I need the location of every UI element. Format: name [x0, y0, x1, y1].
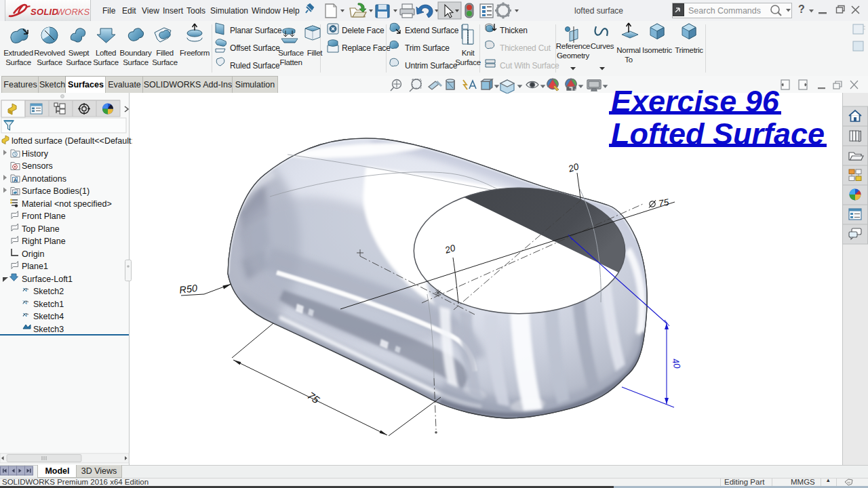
svg-text:Sketch1: Sketch1 [33, 300, 64, 309]
svg-text:Planar Surface: Planar Surface [230, 26, 282, 35]
svg-text:Replace Face: Replace Face [342, 43, 391, 53]
svg-text:Surface: Surface [278, 49, 304, 57]
svg-text:Right Plane: Right Plane [22, 237, 66, 246]
svg-text:Normal: Normal [616, 46, 640, 54]
svg-text:75: 75 [658, 197, 670, 208]
svg-text:Surface Bodies(1): Surface Bodies(1) [22, 186, 90, 196]
svg-text:Annotations: Annotations [22, 174, 66, 184]
svg-text:Sketch3: Sketch3 [33, 325, 64, 334]
svg-text:Surface: Surface [123, 58, 149, 66]
svg-text:Surface: Surface [37, 58, 62, 66]
svg-text:lofted surface (Default<<Defa: lofted surface (Default<<Default: [12, 136, 132, 146]
svg-text:Cut With Surface: Cut With Surface [500, 61, 559, 70]
svg-text:Flatten: Flatten [279, 58, 302, 66]
svg-text:Surface-Loft1: Surface-Loft1 [22, 274, 73, 284]
svg-text:Offset Surface: Offset Surface [230, 43, 280, 53]
svg-text:Trimetric: Trimetric [675, 46, 703, 54]
svg-text:Filled: Filled [156, 49, 174, 57]
svg-text:Extend Surface: Extend Surface [405, 26, 459, 35]
svg-text:To: To [625, 56, 633, 64]
svg-text:SOLID: SOLID [31, 7, 59, 17]
svg-text:Reference: Reference [556, 42, 590, 50]
svg-text:Surface: Surface [93, 58, 119, 66]
svg-text:Sketch4: Sketch4 [33, 312, 64, 321]
svg-text:Trim Surface: Trim Surface [405, 43, 450, 53]
svg-text:Sketch2: Sketch2 [33, 287, 64, 296]
svg-text:A: A [14, 177, 18, 183]
svg-text:Lofted: Lofted [96, 49, 116, 57]
svg-text:Extruded: Extruded [3, 49, 33, 57]
svg-text:Material <not specified>: Material <not specified> [22, 199, 112, 209]
svg-text:Thicken: Thicken [500, 26, 528, 35]
svg-text:20: 20 [566, 161, 580, 174]
svg-text:Untrim Surface: Untrim Surface [405, 61, 458, 70]
svg-text:Isometric: Isometric [642, 46, 672, 54]
svg-text:WORKS: WORKS [56, 7, 90, 17]
svg-text:Swept: Swept [68, 49, 90, 57]
svg-text:Fillet: Fillet [307, 49, 323, 57]
svg-text:Freeform: Freeform [180, 49, 210, 57]
svg-text:Sensors: Sensors [22, 161, 53, 171]
svg-text:Plane1: Plane1 [22, 262, 48, 271]
svg-text:Ruled Surface: Ruled Surface [230, 61, 280, 70]
svg-text:Origin: Origin [22, 249, 44, 259]
svg-text:Revolved: Revolved [34, 49, 65, 57]
svg-text:Front Plane: Front Plane [22, 211, 66, 221]
svg-text:Geometry: Geometry [557, 52, 590, 60]
svg-text:Surface: Surface [5, 58, 31, 66]
svg-text:Top Plane: Top Plane [22, 224, 60, 234]
svg-text:Curves: Curves [591, 42, 614, 50]
svg-text:Knit: Knit [462, 49, 475, 57]
svg-text:History: History [22, 149, 49, 159]
svg-text:Surface: Surface [66, 58, 92, 66]
svg-text:75: 75 [305, 390, 321, 406]
svg-text:Thickened Cut: Thickened Cut [500, 43, 551, 53]
svg-text:Boundary: Boundary [120, 49, 152, 57]
svg-text:Delete Face: Delete Face [342, 26, 384, 35]
svg-text:Surface: Surface [455, 58, 481, 66]
svg-text:40: 40 [670, 357, 682, 370]
svg-text:R50: R50 [178, 283, 197, 296]
svg-text:Surface: Surface [152, 58, 178, 66]
